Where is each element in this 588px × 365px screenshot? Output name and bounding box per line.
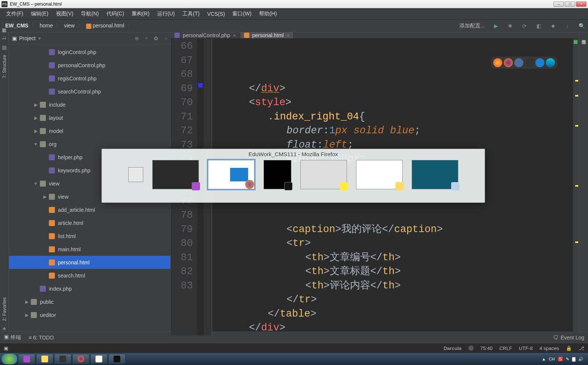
tree-file[interactable]: searchControl.php: [9, 85, 170, 98]
status-ui-icon[interactable]: ▣: [4, 345, 8, 351]
run-configurations-dropdown[interactable]: 添加配置...: [459, 23, 485, 29]
sidebar-tab-project[interactable]: 1:项目: [1, 34, 8, 42]
star-icon[interactable]: ★: [2, 326, 8, 332]
file-lock-icon[interactable]: 🔒: [566, 345, 572, 351]
menu-run[interactable]: 运行(U): [153, 11, 179, 17]
alt-tab-switcher[interactable]: EduWork_CMS111 - Mozilla Firefox: [102, 149, 485, 203]
project-dropdown[interactable]: ▣ Project ▼: [12, 35, 41, 41]
error-stripe[interactable]: [573, 39, 579, 335]
search-everywhere-icon[interactable]: 🔍: [578, 23, 585, 29]
menu-code[interactable]: 代码(C): [103, 11, 128, 17]
taskbar-item-phpstorm[interactable]: [54, 354, 71, 364]
sidebar-tab-structure[interactable]: 7: Structure: [2, 53, 7, 80]
menu-navigate[interactable]: 导航(N): [77, 11, 102, 17]
taskbar-item-firefox[interactable]: [72, 354, 89, 364]
profiler-icon[interactable]: ◧: [535, 23, 542, 29]
tree-file[interactable]: regisControl.php: [9, 72, 170, 85]
tree-file[interactable]: personalControl.php: [9, 59, 170, 72]
tray-network-icon[interactable]: ▇: [572, 357, 575, 362]
run-icon[interactable]: ▶: [493, 23, 499, 29]
coverage-icon[interactable]: ⟳: [521, 23, 528, 29]
file-encoding[interactable]: UTF-8: [519, 345, 533, 351]
window-thumbnail[interactable]: [128, 167, 143, 182]
taskbar-item-explorer[interactable]: [36, 354, 53, 364]
warning-marker[interactable]: [575, 80, 578, 81]
tree-folder-layout[interactable]: ▶layout: [9, 111, 170, 124]
warning-marker[interactable]: [575, 185, 578, 187]
edge-icon[interactable]: [546, 58, 555, 67]
tab-personal-html[interactable]: personal.html ×: [240, 32, 294, 38]
indent-setting[interactable]: 4 spaces: [540, 345, 559, 351]
todo-button[interactable]: ≡ 6: TODO: [29, 335, 54, 341]
theme-icon[interactable]: [468, 345, 474, 351]
tray-icon[interactable]: S: [558, 357, 563, 361]
start-button[interactable]: [2, 354, 17, 364]
caret-position[interactable]: 75:40: [480, 345, 493, 351]
sidebar-tab-database[interactable]: 数据库: [580, 34, 587, 38]
taskbar-item-notes[interactable]: [90, 354, 108, 364]
sidebar-tab-favorites[interactable]: 2: Favorites: [2, 295, 7, 323]
crumb-project[interactable]: EW_CMS: [3, 22, 30, 29]
stop-icon[interactable]: ■: [550, 23, 556, 29]
close-icon[interactable]: ×: [233, 33, 236, 38]
breakpoint-marker[interactable]: [198, 83, 203, 87]
window-thumbnail-phpstorm[interactable]: [152, 160, 199, 189]
taskbar-item-cmd[interactable]: [108, 354, 126, 364]
menu-refactor[interactable]: 重构(R): [128, 11, 153, 17]
eventlog-button[interactable]: 🗨 Event Log: [553, 335, 584, 341]
maximize-button[interactable]: □: [565, 2, 575, 7]
update-icon[interactable]: ↓: [564, 23, 571, 29]
warning-marker[interactable]: [575, 95, 578, 97]
crumb-home[interactable]: home: [37, 22, 55, 29]
git-branch-icon[interactable]: ⎇: [579, 345, 584, 351]
safari-icon[interactable]: [514, 58, 523, 67]
window-thumbnail-cmd[interactable]: [264, 160, 291, 189]
theme-label[interactable]: Darcula: [444, 345, 462, 351]
crumb-file[interactable]: personal.html: [84, 22, 127, 29]
window-thumbnail[interactable]: [412, 160, 458, 189]
tree-folder-include[interactable]: ▶include: [9, 98, 170, 111]
tree-file[interactable]: add_article.html: [9, 203, 170, 216]
system-tray[interactable]: ▲ CH S ✎ ▇ 🔊: [542, 357, 586, 362]
close-icon[interactable]: ×: [287, 33, 290, 38]
window-thumbnail-explorer[interactable]: [356, 160, 403, 189]
warning-marker[interactable]: [575, 125, 578, 127]
menu-tools[interactable]: 工具(T): [179, 11, 203, 17]
tray-icon[interactable]: ✎: [566, 357, 569, 362]
tray-sound-icon[interactable]: 🔊: [578, 357, 583, 362]
tree-file[interactable]: loginControl.php: [9, 45, 170, 59]
crumb-view[interactable]: view: [62, 22, 77, 29]
tree-folder-model[interactable]: ▶model: [9, 124, 170, 137]
menu-vcs[interactable]: VCS(S): [203, 11, 229, 17]
minimize-button[interactable]: –: [553, 2, 564, 7]
folder-icon[interactable]: ▦: [2, 44, 8, 50]
menu-view[interactable]: 视图(V): [52, 11, 77, 17]
locate-icon[interactable]: ⊕: [135, 35, 139, 41]
menu-file[interactable]: 文件(F): [2, 11, 27, 17]
opera-icon[interactable]: [525, 58, 534, 67]
hide-icon[interactable]: –: [164, 35, 167, 41]
gear-icon[interactable]: ✿: [154, 35, 158, 41]
terminal-button[interactable]: ▣ 终端: [4, 334, 21, 341]
menu-help[interactable]: 帮助(H): [255, 11, 280, 17]
tab-personalcontrol[interactable]: personalControl.php ×: [171, 32, 240, 38]
path-breadcrumb[interactable]: EW_CMS 〉 home 〉 view 〉 personal.html 〉: [3, 22, 133, 29]
debug-icon[interactable]: ✱: [507, 23, 514, 29]
tree-folder-ueditor[interactable]: ▶ueditor: [9, 308, 170, 321]
tray-icon[interactable]: ▲: [542, 357, 546, 361]
tree-file[interactable]: index.php: [9, 282, 170, 295]
window-thumbnail-firefox[interactable]: [208, 160, 255, 189]
menu-edit[interactable]: 编辑(E): [27, 11, 52, 17]
close-button[interactable]: ×: [576, 2, 586, 7]
tree-file-active[interactable]: personal.html: [9, 256, 170, 269]
tree-file[interactable]: main.html: [9, 243, 170, 256]
firefox-icon[interactable]: [504, 58, 513, 67]
line-ending[interactable]: CRLF: [499, 345, 512, 351]
tree-file[interactable]: article.html: [9, 216, 170, 229]
tray-lang[interactable]: CH: [549, 357, 555, 361]
tree-folder-public[interactable]: ▶public: [9, 295, 170, 308]
tree-file[interactable]: search.html: [9, 269, 170, 282]
tree-file[interactable]: list.html: [9, 229, 170, 243]
taskbar-item[interactable]: [18, 354, 35, 364]
collapse-icon[interactable]: ÷: [145, 35, 148, 41]
